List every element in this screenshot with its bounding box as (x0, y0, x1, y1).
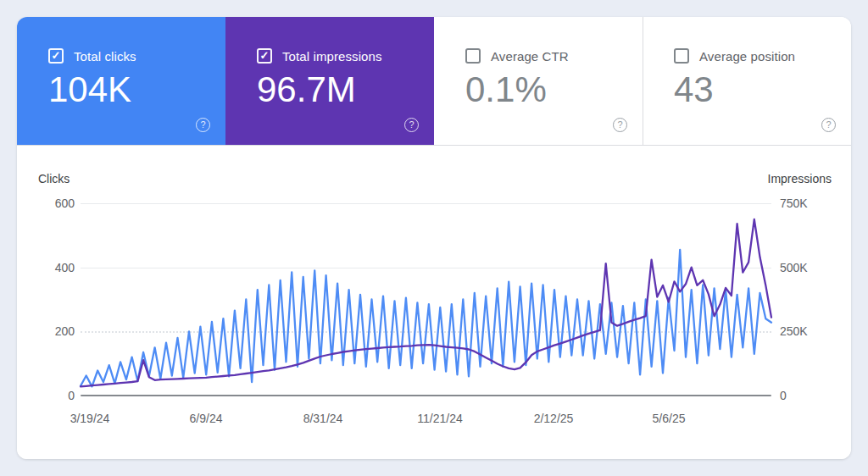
card-total-impressions-header: ✓ Total impressions (257, 48, 434, 64)
x-axis-date-label: 11/21/24 (417, 412, 462, 425)
card-divider (643, 17, 643, 145)
x-axis-date-label: 2/12/25 (534, 412, 574, 425)
average-ctr-value: 0.1% (465, 71, 643, 108)
card-average-position-header: ✓ Average position (674, 48, 851, 64)
help-icon[interactable]: ? (613, 118, 627, 132)
average-position-checkbox[interactable]: ✓ (674, 48, 689, 64)
total-impressions-value: 96.7M (257, 71, 434, 108)
x-axis-date-label: 6/9/24 (190, 412, 223, 425)
chart-canvas (81, 203, 771, 396)
checkmark-icon: ✓ (52, 50, 61, 61)
left-axis-tick: 600 (32, 196, 75, 210)
left-axis-tick: 200 (32, 324, 75, 338)
right-axis-tick: 250K (780, 324, 808, 338)
total-clicks-checkbox[interactable]: ✓ (48, 48, 64, 64)
card-total-impressions[interactable]: ✓ Total impressions 96.7M ? (225, 17, 434, 145)
checkmark-icon: ✓ (260, 50, 270, 61)
right-axis-tick: 0 (780, 389, 787, 402)
total-clicks-label: Total clicks (74, 49, 136, 64)
x-axis-date-label: 5/6/25 (653, 412, 686, 425)
plot-area[interactable] (81, 203, 771, 396)
average-ctr-label: Average CTR (491, 49, 569, 64)
total-clicks-value: 104K (48, 71, 225, 108)
right-axis-tick: 500K (780, 261, 808, 274)
card-total-clicks-header: ✓ Total clicks (48, 48, 225, 64)
total-impressions-checkbox[interactable]: ✓ (257, 48, 272, 64)
left-axis-tick: 0 (32, 389, 75, 402)
x-axis-date-label: 3/19/24 (70, 412, 110, 425)
card-average-ctr[interactable]: ✓ Average CTR 0.1% ? (434, 17, 643, 145)
help-icon[interactable]: ? (196, 118, 210, 132)
help-icon[interactable]: ? (821, 118, 836, 132)
x-axis-date-label: 8/31/24 (303, 412, 343, 425)
total-impressions-label: Total impressions (282, 49, 382, 64)
page-background: { "cards": [ { "label": "Total clicks", … (0, 0, 868, 476)
x-axis-baseline (81, 395, 771, 396)
metric-cards-row: ✓ Total clicks 104K ? ✓ Total impression… (17, 17, 851, 145)
card-total-clicks[interactable]: ✓ Total clicks 104K ? (17, 17, 225, 145)
average-position-value: 43 (674, 71, 851, 108)
clicks-line-series (81, 250, 771, 387)
card-average-ctr-header: ✓ Average CTR (465, 48, 643, 64)
card-average-position[interactable]: ✓ Average position 43 ? (643, 17, 851, 145)
right-axis-tick: 750K (780, 196, 808, 210)
help-icon[interactable]: ? (404, 118, 419, 132)
left-axis-tick: 400 (32, 261, 75, 274)
clicks-axis-title: Clicks (38, 172, 70, 185)
performance-chart: Clicks Impressions 600 400 200 0 750K 50… (17, 146, 851, 459)
average-position-label: Average position (699, 49, 795, 64)
impressions-axis-title: Impressions (768, 172, 832, 185)
performance-panel: ✓ Total clicks 104K ? ✓ Total impression… (17, 17, 851, 459)
average-ctr-checkbox[interactable]: ✓ (465, 48, 481, 64)
